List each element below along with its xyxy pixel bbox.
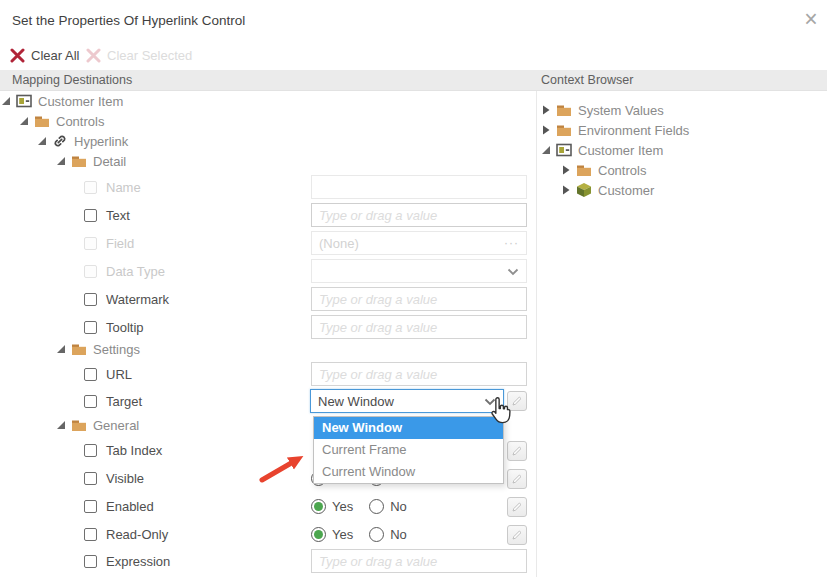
folder-icon [34, 113, 50, 129]
folder-icon [71, 341, 87, 357]
collapse-icon[interactable] [541, 145, 551, 155]
folder-icon [71, 417, 87, 433]
collapse-icon[interactable] [19, 116, 29, 126]
tree-node-settings[interactable]: Settings [56, 339, 140, 359]
tab-index-checkbox[interactable] [84, 444, 97, 457]
collapse-icon[interactable] [56, 156, 66, 166]
text-checkbox[interactable] [84, 209, 97, 222]
no-label: No [390, 527, 407, 542]
collapse-icon[interactable] [1, 96, 11, 106]
data-type-checkbox [84, 265, 97, 278]
panel-header-bar: Mapping Destinations Context Browser [0, 70, 827, 91]
checkbox-label: Tab Index [106, 443, 162, 458]
tree-node-controls[interactable]: Controls [19, 111, 104, 131]
property-row-watermark: Watermark [84, 285, 169, 313]
expression-input[interactable] [311, 549, 527, 573]
checkbox-label: Data Type [106, 264, 165, 279]
clear-all-button[interactable]: Clear All [10, 46, 79, 64]
read-only-checkbox[interactable] [84, 528, 97, 541]
enabled-radio-group: Yes No [311, 492, 407, 520]
url-input[interactable] [311, 362, 527, 386]
text-input[interactable] [311, 203, 527, 227]
property-row-text: Text [84, 201, 130, 229]
enabled-edit-button[interactable] [507, 497, 527, 517]
pencil-icon [511, 473, 523, 485]
tooltip-checkbox[interactable] [84, 321, 97, 334]
hyperlink-icon [52, 133, 68, 149]
smartobject-cube-icon [576, 182, 592, 198]
property-row-url: URL [84, 360, 132, 388]
enabled-checkbox[interactable] [84, 500, 97, 513]
enabled-no-radio[interactable] [369, 499, 384, 514]
property-row-visible: Visible [84, 464, 144, 492]
ctx-node-customer-item[interactable]: Customer Item [541, 140, 663, 160]
url-checkbox[interactable] [84, 368, 97, 381]
expression-checkbox[interactable] [84, 555, 97, 568]
tree-label: Controls [56, 114, 104, 129]
property-row-enabled: Enabled [84, 492, 154, 520]
tab-index-edit-button[interactable] [507, 441, 527, 461]
expand-icon[interactable] [541, 125, 551, 135]
checkbox-label: Field [106, 236, 134, 251]
target-edit-button[interactable] [507, 391, 527, 411]
no-label: No [390, 499, 407, 514]
read-only-edit-button[interactable] [507, 525, 527, 545]
data-type-select [311, 259, 527, 283]
item-icon [556, 142, 572, 158]
tree-label: Hyperlink [74, 134, 128, 149]
pencil-icon [511, 501, 523, 513]
target-checkbox[interactable] [84, 395, 97, 408]
name-input [311, 175, 527, 199]
visible-checkbox[interactable] [84, 472, 97, 485]
tree-node-detail[interactable]: Detail [56, 151, 126, 171]
field-picker: (None) ··· [311, 231, 527, 255]
folder-icon [576, 162, 592, 178]
ctx-node-environment-fields[interactable]: Environment Fields [541, 120, 689, 140]
expand-icon[interactable] [561, 185, 571, 195]
ctx-node-controls[interactable]: Controls [561, 160, 646, 180]
collapse-icon[interactable] [37, 136, 47, 146]
field-value: (None) [319, 236, 359, 251]
tooltip-input[interactable] [311, 315, 527, 339]
pencil-icon [511, 395, 523, 407]
ctx-node-system-values[interactable]: System Values [541, 100, 664, 120]
property-row-target: Target [84, 387, 142, 415]
tree-label: Customer Item [38, 94, 123, 109]
chevron-down-icon [484, 394, 496, 409]
clear-all-x-icon [10, 48, 25, 63]
visible-edit-button[interactable] [507, 469, 527, 489]
tree-node-hyperlink[interactable]: Hyperlink [37, 131, 128, 151]
target-select-value: New Window [318, 394, 394, 409]
collapse-icon[interactable] [56, 344, 66, 354]
pencil-icon [511, 445, 523, 457]
ellipsis-icon: ··· [504, 236, 519, 250]
ctx-node-customer[interactable]: Customer [561, 180, 654, 200]
tree-label: System Values [578, 103, 664, 118]
tree-label: Detail [93, 154, 126, 169]
tree-node-customer-item[interactable]: Customer Item [1, 91, 123, 111]
property-row-data-type: Data Type [84, 257, 165, 285]
collapse-icon[interactable] [56, 420, 66, 430]
dropdown-option-new-window[interactable]: New Window [314, 417, 503, 439]
expand-icon[interactable] [561, 165, 571, 175]
target-dropdown-list: New Window Current Frame Current Window [313, 416, 504, 484]
read-only-no-radio[interactable] [369, 527, 384, 542]
pencil-icon [511, 529, 523, 541]
tree-label: Customer [598, 183, 654, 198]
panel-divider [536, 91, 537, 577]
close-icon[interactable]: × [799, 6, 823, 32]
target-select[interactable]: New Window [310, 389, 504, 413]
expand-icon[interactable] [541, 105, 551, 115]
watermark-checkbox[interactable] [84, 293, 97, 306]
watermark-input[interactable] [311, 287, 527, 311]
dialog-title: Set the Properties Of Hyperlink Control [12, 13, 245, 28]
dropdown-option-current-window[interactable]: Current Window [314, 461, 503, 483]
dropdown-option-current-frame[interactable]: Current Frame [314, 439, 503, 461]
enabled-yes-radio[interactable] [311, 499, 326, 514]
property-row-read-only: Read-Only [84, 520, 168, 548]
folder-icon [71, 153, 87, 169]
tree-node-general[interactable]: General [56, 415, 139, 435]
read-only-radio-group: Yes No [311, 520, 407, 548]
tree-label: General [93, 418, 139, 433]
read-only-yes-radio[interactable] [311, 527, 326, 542]
